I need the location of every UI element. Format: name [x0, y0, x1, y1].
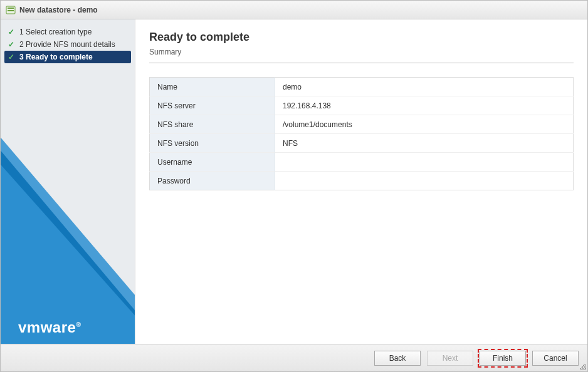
table-row: Username [150, 153, 574, 172]
summary-key-nfs-server: NFS server [150, 96, 275, 115]
checkmark-icon: ✓ [8, 40, 16, 49]
table-row: NFS version NFS [150, 134, 574, 153]
svg-rect-2 [8, 10, 14, 11]
wizard-sidebar: ✓ 1 Select creation type ✓ 2 Provide NFS… [1, 19, 135, 344]
wizard-body: ✓ 1 Select creation type ✓ 2 Provide NFS… [1, 19, 587, 344]
datastore-icon [6, 5, 16, 15]
page-subtitle: Summary [149, 48, 574, 56]
summary-key-name: Name [150, 78, 275, 96]
wizard-window: New datastore - demo ✓ 1 Select creation… [0, 0, 588, 372]
summary-value-nfs-version: NFS [275, 134, 574, 153]
summary-table: Name demo NFS server 192.168.4.138 NFS s… [149, 77, 574, 190]
finish-button[interactable]: Finish [480, 351, 526, 366]
step-label: 1 Select creation type [19, 28, 92, 36]
step-label: 2 Provide NFS mount details [19, 40, 115, 49]
next-button[interactable]: Next [427, 351, 473, 366]
summary-value-nfs-server: 192.168.4.138 [275, 96, 574, 115]
summary-key-nfs-version: NFS version [150, 134, 275, 153]
summary-value-username [275, 153, 574, 172]
window-title: New datastore - demo [19, 6, 98, 14]
resize-grip-icon[interactable] [580, 364, 586, 370]
summary-value-name: demo [275, 78, 574, 96]
table-row: NFS server 192.168.4.138 [150, 96, 574, 115]
step-label: 3 Ready to complete [19, 53, 93, 61]
table-row: Password [150, 172, 574, 190]
checkmark-icon: ✓ [8, 53, 16, 61]
cancel-button[interactable]: Cancel [532, 351, 579, 366]
step-select-creation-type[interactable]: ✓ 1 Select creation type [4, 26, 131, 38]
titlebar[interactable]: New datastore - demo [1, 1, 587, 19]
summary-value-password [275, 172, 574, 190]
step-nfs-mount-details[interactable]: ✓ 2 Provide NFS mount details [4, 38, 131, 51]
wizard-main-panel: Ready to complete Summary Name demo NFS … [135, 19, 587, 344]
summary-key-username: Username [150, 153, 275, 172]
page-title: Ready to complete [149, 31, 574, 44]
wizard-steps: ✓ 1 Select creation type ✓ 2 Provide NFS… [1, 19, 135, 63]
wizard-footer: Back Next Finish Cancel [1, 344, 587, 371]
svg-rect-1 [8, 8, 14, 9]
vmware-logo: vmware® [18, 319, 81, 336]
divider [149, 63, 574, 63]
table-row: Name demo [150, 78, 574, 96]
back-button[interactable]: Back [374, 351, 421, 366]
step-ready-to-complete[interactable]: ✓ 3 Ready to complete [4, 51, 131, 63]
summary-key-nfs-share: NFS share [150, 115, 275, 134]
summary-key-password: Password [150, 172, 275, 190]
checkmark-icon: ✓ [8, 28, 16, 36]
sidebar-decor [1, 143, 135, 344]
table-row: NFS share /volume1/documents [150, 115, 574, 134]
summary-value-nfs-share: /volume1/documents [275, 115, 574, 134]
